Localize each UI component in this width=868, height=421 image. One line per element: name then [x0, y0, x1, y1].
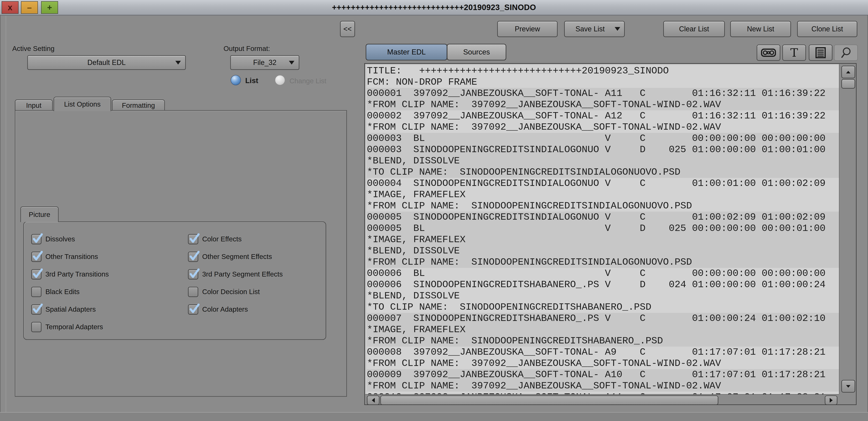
checkbox-label: Other Segment Effects — [202, 252, 272, 261]
tab-sources-label: Sources — [463, 48, 490, 56]
scroll-left-button[interactable] — [367, 395, 379, 405]
edl-content-box: TITLE: ++++++++++++++++++++++++++++20190… — [364, 63, 857, 405]
text-tool-icon: T — [790, 46, 798, 59]
preview-button[interactable]: Preview — [497, 21, 558, 37]
edl-line: 000001 397092__JANBEZOUSKA__SOFT-TONAL- … — [367, 88, 839, 99]
vertical-scrollbar[interactable] — [839, 64, 856, 394]
search-button[interactable] — [834, 44, 858, 61]
preview-label: Preview — [515, 25, 540, 33]
edl-line: 000005 BL V D 025 00:00:00:00 00:00:01:0… — [367, 223, 839, 234]
edl-line: *IMAGE, FRAMEFLEX — [367, 189, 839, 200]
edl-line: 000006 SINODOOPENINGCREDITSHABANERO_.PS … — [367, 279, 839, 290]
edl-line: 000004 SINODOOPENINGCREDITSINDIALOGONUO … — [367, 178, 839, 189]
checkbox-temporal-adapters[interactable] — [31, 322, 41, 332]
checkbox-label: 3rd Party Transitions — [45, 269, 109, 279]
edl-text-viewport[interactable]: TITLE: ++++++++++++++++++++++++++++20190… — [365, 64, 839, 394]
text-tool-button[interactable]: T — [782, 44, 806, 61]
checkbox-black-edits[interactable] — [31, 287, 41, 297]
edl-line: *TO CLIP NAME: SINODOOPENINGCREDITSHABAN… — [367, 301, 839, 313]
tape-view-button[interactable] — [757, 44, 780, 61]
tape-icon — [761, 48, 776, 58]
checkbox-dissolves[interactable] — [31, 234, 41, 245]
clone-list-button[interactable]: Clone List — [797, 21, 857, 37]
checkbox-label: Dissolves — [45, 234, 75, 244]
edl-line: *TO CLIP NAME: SINODOOPENINGCREDITSINDIA… — [367, 167, 839, 178]
check-icon — [31, 302, 44, 315]
edl-line: *FROM CLIP NAME: 397092__JANBEZOUSKA__SO… — [367, 99, 839, 110]
new-list-label: New List — [747, 25, 774, 33]
checkbox-label: Color Effects — [202, 234, 242, 244]
edl-line: *FROM CLIP NAME: SINODOOPENINGCREDITSIND… — [367, 257, 839, 268]
checkbox-other-transitions[interactable] — [31, 252, 41, 262]
edl-line: *FROM CLIP NAME: SINODOOPENINGCREDITSHAB… — [367, 335, 839, 347]
checkbox-label: Temporal Adapters — [45, 322, 103, 332]
chevron-down-icon[interactable] — [615, 27, 620, 31]
edl-line: 000003 BL V C 00:00:00:00 00:00:00:00 — [367, 133, 839, 144]
edl-manager-window: ++++++++++++++++++++++++++++20190923_SIN… — [0, 0, 868, 421]
checkbox-color-effects[interactable] — [188, 234, 198, 245]
edl-line: 000010 397092__JANBEZOUSKA__SOFT-TONAL- … — [367, 392, 839, 394]
check-icon — [187, 267, 200, 280]
tab-list-options-label: List Options — [64, 100, 101, 108]
window-footer — [0, 412, 868, 421]
edl-line: 000006 BL V C 00:00:00:00 00:00:00:00 — [367, 268, 839, 279]
edl-line: *BLEND, DISSOLVE — [367, 245, 839, 257]
check-icon — [31, 249, 44, 262]
checkbox-color-decision-list[interactable] — [188, 287, 198, 297]
edl-line: *FROM CLIP NAME: 397092__JANBEZOUSKA__SO… — [367, 358, 839, 369]
chevron-left-icon — [372, 398, 375, 402]
save-list-label: Save List — [576, 25, 604, 33]
edl-line: *FROM CLIP NAME: 397092__JANBEZOUSKA__SO… — [367, 380, 839, 392]
edl-line: *BLEND, DISSOLVE — [367, 290, 839, 301]
edl-line: *IMAGE, FRAMEFLEX — [367, 324, 839, 335]
checkbox-label: Black Edits — [45, 287, 80, 297]
checkbox-3rd-party-transitions[interactable] — [31, 269, 41, 280]
checkbox-label: Color Decision List — [202, 287, 260, 297]
edl-text: TITLE: ++++++++++++++++++++++++++++20190… — [365, 64, 839, 394]
scroll-right-button[interactable] — [825, 395, 837, 405]
edl-line: 000002 397092__JANBEZOUSKA__SOFT-TONAL- … — [367, 110, 839, 122]
tab-sources[interactable]: Sources — [447, 44, 506, 60]
edl-line: *BLEND, DISSOLVE — [367, 155, 839, 167]
check-icon — [187, 302, 200, 315]
checkbox-label: Spatial Adapters — [45, 304, 96, 314]
save-list-button[interactable]: Save List — [564, 21, 625, 37]
checkbox-label: Other Transitions — [45, 252, 98, 261]
edl-line: TITLE: ++++++++++++++++++++++++++++20190… — [367, 65, 839, 76]
checkbox-other-segment-effects[interactable] — [188, 252, 198, 262]
chevron-right-icon — [830, 398, 833, 402]
edl-line: 000007 SINODOOPENINGCREDITSHABANERO_.PS … — [367, 313, 839, 324]
check-icon — [31, 231, 44, 245]
checkbox-3rd-party-segment-effects[interactable] — [188, 269, 198, 280]
edl-line: FCM: NON-DROP FRAME — [367, 76, 839, 88]
tab-picture[interactable]: Picture — [20, 206, 59, 222]
list-view-button[interactable] — [809, 44, 833, 61]
chevron-up-icon — [846, 71, 850, 73]
horizontal-scrollbar[interactable] — [365, 394, 839, 404]
list-view-icon — [815, 47, 826, 59]
scroll-down-button[interactable] — [841, 380, 855, 393]
tab-master-edl-label: Master EDL — [387, 48, 426, 56]
clear-list-label: Clear List — [679, 25, 709, 33]
tab-list-options[interactable]: List Options — [54, 97, 111, 111]
horizontal-scroll-thumb[interactable] — [380, 395, 718, 405]
scroll-up-button[interactable] — [841, 66, 855, 78]
edl-line: *IMAGE, FRAMEFLEX — [367, 234, 839, 245]
checkbox-label: 3rd Party Segment Effects — [202, 269, 283, 279]
check-icon — [31, 267, 44, 280]
checkbox-color-adapters[interactable] — [188, 304, 198, 315]
edl-line: 000005 SINODOOPENINGCREDITSINDIALOGONUO … — [367, 212, 839, 223]
include-checkbox-area: DissolvesOther Transitions3rd Party Tran… — [0, 0, 347, 397]
edl-line: 000008 397092__JANBEZOUSKA__SOFT-TONAL- … — [367, 347, 839, 358]
search-icon — [840, 46, 852, 59]
clone-list-label: Clone List — [811, 25, 843, 33]
tab-master-edl[interactable]: Master EDL — [366, 44, 447, 60]
scrollbar-corner — [839, 394, 856, 404]
edl-line: *FROM CLIP NAME: 397092__JANBEZOUSKA__SO… — [367, 122, 839, 133]
vertical-scroll-thumb[interactable] — [841, 79, 855, 89]
check-icon — [187, 231, 200, 245]
checkbox-spatial-adapters[interactable] — [31, 304, 41, 315]
clear-list-button[interactable]: Clear List — [663, 21, 725, 37]
new-list-button[interactable]: New List — [730, 21, 791, 37]
chevron-down-icon — [846, 385, 850, 388]
